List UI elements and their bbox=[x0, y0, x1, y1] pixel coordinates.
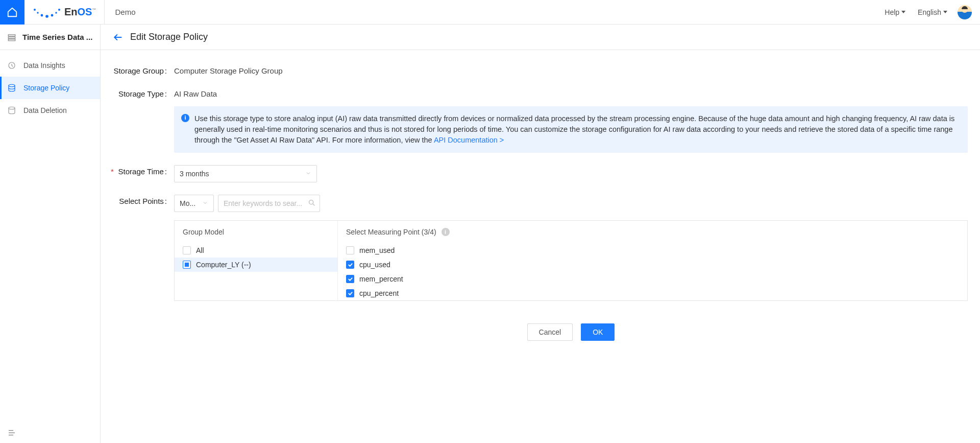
home-icon bbox=[7, 7, 18, 18]
checkbox-checked[interactable] bbox=[346, 275, 354, 283]
language-label: English bbox=[918, 8, 941, 16]
model-computer-label: Computer_LY (--) bbox=[196, 261, 251, 269]
points-search-input[interactable] bbox=[218, 195, 320, 212]
chevron-down-icon bbox=[202, 199, 208, 207]
sidebar-item-label: Data Deletion bbox=[23, 106, 67, 114]
sidebar: Time Series Data ... Data Insights Stora… bbox=[0, 25, 101, 443]
model-filter-value: Mo... bbox=[180, 199, 195, 207]
mp-header-text: Select Measuring Point (3/4) bbox=[346, 228, 436, 236]
checkbox-checked[interactable] bbox=[346, 261, 354, 269]
checkbox-checked[interactable] bbox=[346, 289, 354, 297]
point-label: mem_used bbox=[359, 246, 395, 254]
sidebar-title-text: Time Series Data ... bbox=[22, 33, 92, 41]
deletion-icon bbox=[7, 106, 16, 115]
top-header: EnOS™ Demo Help English bbox=[0, 0, 980, 25]
brand-text: EnOS™ bbox=[64, 6, 96, 18]
point-row-mem-used[interactable]: mem_used bbox=[338, 243, 967, 258]
point-label: mem_percent bbox=[359, 275, 403, 283]
group-model-column: Group Model All Computer_LY (--) bbox=[175, 221, 338, 300]
svg-point-0 bbox=[34, 9, 36, 11]
point-label: cpu_used bbox=[359, 261, 390, 269]
storage-time-value: 3 months bbox=[180, 170, 209, 178]
storage-group-label: Storage Group: bbox=[113, 64, 169, 75]
info-icon[interactable]: i bbox=[442, 228, 450, 236]
main: Edit Storage Policy Storage Group: Compu… bbox=[101, 25, 980, 443]
storage-group-value: Computer Storage Policy Group bbox=[174, 64, 968, 75]
search-icon bbox=[308, 199, 316, 208]
storage-type-label: Storage Type: bbox=[113, 87, 169, 153]
help-menu[interactable]: Help bbox=[878, 8, 912, 16]
svg-point-2 bbox=[41, 14, 43, 16]
arrow-left-icon bbox=[113, 32, 123, 42]
point-label: cpu_percent bbox=[359, 289, 399, 297]
sidebar-item-label: Storage Policy bbox=[23, 84, 69, 92]
checkbox[interactable] bbox=[183, 246, 191, 254]
sidebar-item-storage-policy[interactable]: Storage Policy bbox=[0, 77, 100, 99]
checkbox[interactable] bbox=[346, 246, 354, 254]
svg-rect-9 bbox=[8, 39, 15, 40]
sidebar-collapse[interactable] bbox=[0, 423, 100, 443]
points-panel: Group Model All Computer_LY (--) bbox=[174, 220, 968, 301]
cancel-button[interactable]: Cancel bbox=[527, 323, 573, 341]
api-doc-link[interactable]: API Documentation > bbox=[434, 136, 504, 144]
svg-point-13 bbox=[309, 200, 313, 204]
back-button[interactable] bbox=[113, 32, 123, 42]
info-box: i Use this storage type to store analog … bbox=[174, 106, 968, 153]
avatar[interactable] bbox=[958, 5, 972, 19]
chevron-down-icon bbox=[305, 170, 311, 178]
select-points-label: Select Points: bbox=[113, 195, 169, 341]
measuring-points-header: Select Measuring Point (3/4) i bbox=[338, 221, 967, 243]
model-row-all[interactable]: All bbox=[175, 243, 337, 258]
point-row-mem-percent[interactable]: mem_percent bbox=[338, 272, 967, 286]
sidebar-title[interactable]: Time Series Data ... bbox=[0, 25, 100, 50]
svg-rect-7 bbox=[8, 34, 15, 36]
page-title: Edit Storage Policy bbox=[130, 32, 208, 42]
point-row-cpu-used[interactable]: cpu_used bbox=[338, 258, 967, 272]
chevron-down-icon bbox=[943, 11, 947, 13]
storage-time-label: Storage Time: bbox=[113, 165, 169, 182]
svg-point-1 bbox=[37, 12, 38, 13]
sidebar-item-data-insights[interactable]: Data Insights bbox=[0, 54, 100, 77]
info-icon: i bbox=[181, 114, 189, 122]
breadcrumb: Demo bbox=[105, 8, 145, 16]
sidebar-item-label: Data Insights bbox=[23, 61, 65, 69]
measuring-points-column: Select Measuring Point (3/4) i mem_used bbox=[338, 221, 967, 300]
language-menu[interactable]: English bbox=[912, 8, 953, 16]
svg-point-3 bbox=[45, 15, 48, 18]
svg-point-5 bbox=[55, 12, 57, 13]
storage-icon bbox=[7, 83, 16, 92]
home-button[interactable] bbox=[0, 0, 24, 25]
model-filter-select[interactable]: Mo... bbox=[174, 195, 214, 212]
help-label: Help bbox=[885, 8, 899, 16]
collapse-icon bbox=[7, 428, 16, 437]
svg-point-12 bbox=[9, 107, 15, 109]
sidebar-item-data-deletion[interactable]: Data Deletion bbox=[0, 99, 100, 122]
insights-icon bbox=[7, 61, 16, 70]
model-row-computer-ly[interactable]: Computer_LY (--) bbox=[175, 258, 337, 272]
chevron-down-icon bbox=[901, 11, 905, 13]
svg-point-6 bbox=[58, 9, 60, 11]
svg-point-4 bbox=[51, 14, 54, 16]
info-text: Use this storage type to store analog in… bbox=[194, 114, 954, 144]
ok-button[interactable]: OK bbox=[581, 323, 615, 341]
svg-point-11 bbox=[9, 84, 15, 87]
brand-logo[interactable]: EnOS™ bbox=[24, 0, 105, 25]
checkbox-indeterminate[interactable] bbox=[183, 261, 191, 269]
storage-type-value: AI Raw Data bbox=[174, 87, 968, 98]
page-header: Edit Storage Policy bbox=[101, 25, 980, 50]
point-row-cpu-percent[interactable]: cpu_percent bbox=[338, 286, 967, 300]
group-model-header: Group Model bbox=[175, 221, 337, 243]
storage-time-select[interactable]: 3 months bbox=[174, 165, 317, 182]
svg-rect-8 bbox=[8, 37, 15, 38]
model-all-label: All bbox=[196, 246, 204, 254]
logo-dots-icon bbox=[33, 7, 61, 18]
module-icon bbox=[7, 33, 16, 42]
